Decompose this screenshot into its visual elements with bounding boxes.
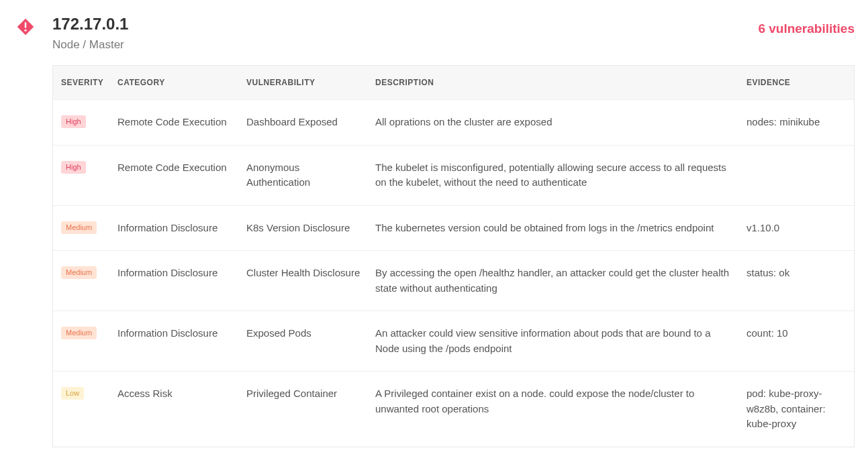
- cell-vulnerability: Exposed Pods: [240, 311, 369, 372]
- table-row[interactable]: LowAccess RiskPrivileged ContainerA Priv…: [53, 372, 854, 447]
- col-header-description: DESCRIPTION: [369, 66, 740, 100]
- cell-severity: Medium: [53, 311, 111, 372]
- cell-category: Access Risk: [111, 372, 240, 447]
- cell-severity: Medium: [53, 205, 111, 251]
- cell-severity: High: [53, 100, 111, 146]
- cell-vulnerability: K8s Version Disclosure: [240, 205, 369, 251]
- cell-vulnerability: Cluster Health Disclosure: [240, 251, 369, 311]
- cell-description: The kubelet is misconfigured, potentiall…: [369, 145, 740, 205]
- cell-vulnerability: Anonymous Authentication: [240, 145, 369, 205]
- table-row[interactable]: HighRemote Code ExecutionAnonymous Authe…: [53, 145, 854, 205]
- cell-vulnerability: Privileged Container: [240, 372, 369, 447]
- col-header-vulnerability: VULNERABILITY: [240, 66, 369, 100]
- cell-evidence: v1.10.0: [740, 205, 854, 251]
- page-header: 172.17.0.1 Node / Master 6 vulnerabiliti…: [13, 13, 855, 52]
- table-row[interactable]: MediumInformation DisclosureCluster Heal…: [53, 251, 854, 311]
- cell-category: Remote Code Execution: [111, 100, 240, 146]
- severity-badge: Low: [61, 387, 84, 400]
- svg-point-2: [24, 30, 26, 32]
- cell-vulnerability: Dashboard Exposed: [240, 100, 369, 146]
- cell-description: All oprations on the cluster are exposed: [369, 100, 740, 146]
- table-header-row: SEVERITY CATEGORY VULNERABILITY DESCRIPT…: [53, 66, 854, 100]
- table-row[interactable]: HighRemote Code ExecutionDashboard Expos…: [53, 100, 854, 146]
- table-row[interactable]: MediumInformation DisclosureExposed Pods…: [53, 311, 854, 372]
- cell-description: A Privileged container exist on a node. …: [369, 372, 740, 447]
- severity-badge: High: [61, 161, 86, 174]
- cell-description: The kubernetes version could be obtained…: [369, 205, 740, 251]
- cell-category: Information Disclosure: [111, 251, 240, 311]
- cell-evidence: [740, 145, 854, 205]
- cell-evidence: pod: kube-proxy-w8z8b, container: kube-p…: [740, 372, 854, 447]
- col-header-severity: SEVERITY: [53, 66, 111, 100]
- cell-description: An attacker could view sensitive informa…: [369, 311, 740, 372]
- vulnerabilities-table-wrap: SEVERITY CATEGORY VULNERABILITY DESCRIPT…: [52, 65, 855, 447]
- cell-severity: Low: [53, 372, 111, 447]
- severity-badge: Medium: [61, 327, 97, 339]
- cell-severity: Medium: [53, 251, 111, 311]
- cell-evidence: status: ok: [740, 251, 854, 311]
- vulnerability-count: 6 vulnerabilities: [758, 21, 855, 36]
- node-role-subtitle: Node / Master: [52, 38, 758, 52]
- severity-badge: Medium: [61, 266, 97, 279]
- cell-category: Remote Code Execution: [111, 145, 240, 205]
- col-header-evidence: EVIDENCE: [740, 66, 854, 100]
- cell-description: By accessing the open /healthz handler, …: [369, 251, 740, 311]
- cell-evidence: nodes: minikube: [740, 100, 854, 146]
- vulnerabilities-table: SEVERITY CATEGORY VULNERABILITY DESCRIPT…: [53, 66, 854, 447]
- cell-category: Information Disclosure: [111, 311, 240, 372]
- severity-badge: High: [61, 115, 86, 128]
- severity-badge: Medium: [61, 221, 97, 234]
- cell-severity: High: [53, 145, 111, 205]
- alert-icon: [16, 17, 35, 36]
- cell-evidence: count: 10: [740, 311, 854, 372]
- table-row[interactable]: MediumInformation DisclosureK8s Version …: [53, 205, 854, 251]
- col-header-category: CATEGORY: [111, 66, 240, 100]
- svg-rect-1: [25, 22, 26, 28]
- cell-category: Information Disclosure: [111, 205, 240, 251]
- node-ip-title: 172.17.0.1: [52, 13, 758, 34]
